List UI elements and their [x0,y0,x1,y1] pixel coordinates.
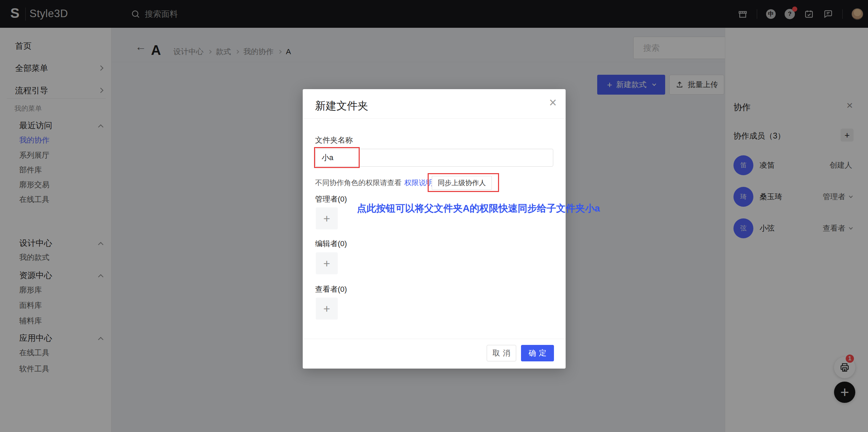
confirm-button[interactable]: 确定 [521,345,554,361]
viewer-role-label: 查看者(0) [315,284,347,295]
annotation-text: 点此按钮可以将父文件夹A的权限快速同步给子文件夹小a [357,202,600,215]
permission-hint: 不同协作角色的权限请查看 [315,178,402,188]
admin-role-label: 管理者(0) [315,194,347,204]
modal-header-divider [303,118,566,119]
folder-name-input[interactable] [315,149,553,167]
sync-parent-collab-button[interactable]: 同步上级协作人 [432,176,492,190]
add-admin-button[interactable]: + [316,207,338,229]
permission-link[interactable]: 权限说明 [404,178,433,188]
close-icon[interactable]: × [549,95,557,110]
add-viewer-button[interactable]: + [316,298,338,320]
add-editor-button[interactable]: + [316,252,338,274]
new-folder-modal: 新建文件夹 × 文件夹名称 不同协作角色的权限请查看 权限说明 ? 同步上级协作… [303,89,566,369]
cancel-button[interactable]: 取消 [487,345,516,361]
modal-title: 新建文件夹 [315,99,368,113]
editor-role-label: 编辑者(0) [315,239,347,249]
page: S Style3D 搜索面料 中 ? 首页 全部菜单 流程引导 [0,0,868,432]
folder-name-label: 文件夹名称 [315,135,353,145]
permission-hint-row: 不同协作角色的权限请查看 权限说明 ? [315,176,445,190]
modal-footer-divider [303,339,566,339]
